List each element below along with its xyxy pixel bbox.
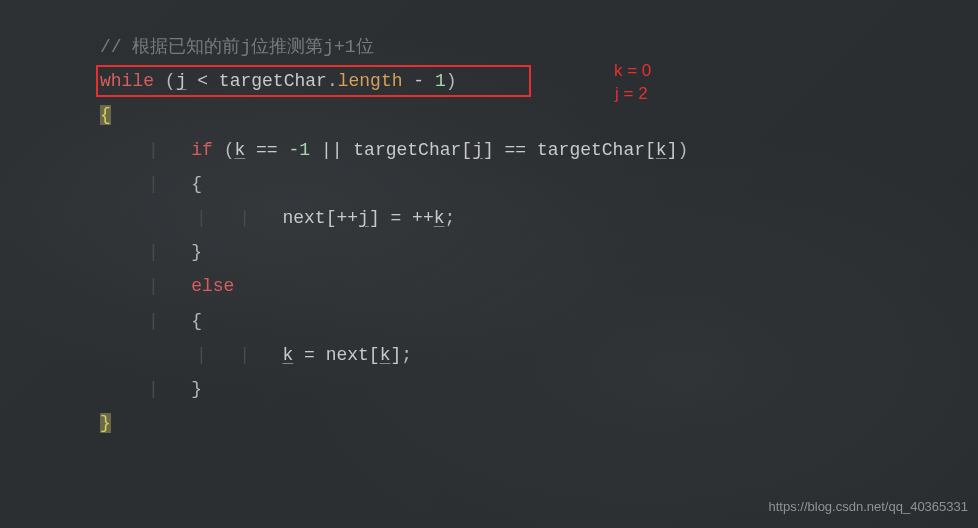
annotation-j: j = 2 [615,78,648,110]
code-line-k-assign: | | k = next[k]; [100,338,978,372]
code-line-else-brace-close: | } [100,372,978,406]
code-line-if-brace-open: | { [100,167,978,201]
code-line-comment: // 根据已知的前j位推测第j+1位 [100,30,978,64]
code-line-brace-close: } [100,406,978,440]
code-line-else: | else [100,269,978,303]
code-line-next-assign: | | next[++j] = ++k; [100,201,978,235]
code-line-else-brace-open: | { [100,304,978,338]
watermark-text: https://blog.csdn.net/qq_40365331 [769,495,969,520]
code-line-while: while (j < targetChar.length - 1) [100,64,978,98]
code-line-if-brace-close: | } [100,235,978,269]
code-editor[interactable]: // 根据已知的前j位推测第j+1位 while (j < targetChar… [0,0,978,440]
code-line-if: | if (k == -1 || targetChar[j] == target… [100,133,978,167]
code-line-brace-open: { [100,98,978,132]
